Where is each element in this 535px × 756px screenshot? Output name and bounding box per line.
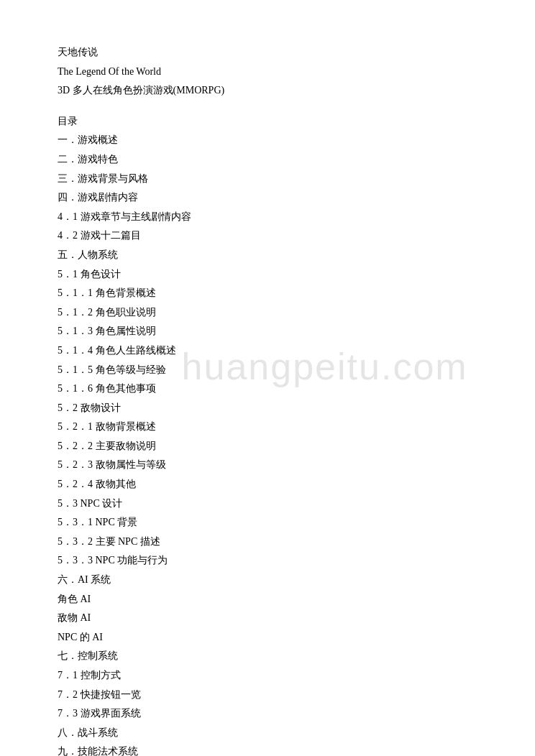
genre: 3D 多人在线角色扮演游戏(MMORPG) [58, 81, 477, 101]
toc-item: 敌物 AI [58, 609, 477, 628]
toc-label: 目录 [58, 112, 477, 132]
toc-item: 九．技能法术系统 [58, 742, 477, 756]
toc-item: 5．2．4 敌物其他 [58, 475, 477, 494]
toc-item: 5．3 NPC 设计 [58, 494, 477, 514]
toc-item: 5．2．1 敌物背景概述 [58, 418, 477, 437]
toc-item: 5．1．4 角色人生路线概述 [58, 341, 477, 361]
toc-item: 5．1．3 角色属性说明 [58, 322, 477, 341]
toc-item: 7．3 游戏界面系统 [58, 704, 477, 724]
toc-item: 5．3．1 NPC 背景 [58, 513, 477, 533]
toc-item: 五．人物系统 [58, 246, 477, 265]
title: 天地传说 [58, 43, 477, 63]
toc-item: 二．游戏特色 [58, 150, 477, 170]
content-area: huangpeitu.com 天地传说 The Legend Of the Wo… [58, 43, 477, 756]
toc-item: 5．1．1 角色背景概述 [58, 284, 477, 303]
toc-item: 一．游戏概述 [58, 131, 477, 150]
toc-item: 5．1．5 角色等级与经验 [58, 361, 477, 380]
toc-list: 一．游戏概述二．游戏特色三．游戏背景与风格四．游戏剧情内容4．1 游戏章节与主线… [58, 131, 477, 756]
toc-item: 4．1 游戏章节与主线剧情内容 [58, 208, 477, 227]
toc-item: 八．战斗系统 [58, 724, 477, 743]
toc-item: 七．控制系统 [58, 647, 477, 666]
toc-item: 六．AI 系统 [58, 571, 477, 590]
toc-item: 7．1 控制方式 [58, 666, 477, 686]
toc-item: 7．2 快捷按钮一览 [58, 686, 477, 705]
toc-item: 4．2 游戏十二篇目 [58, 226, 477, 246]
toc-item: 5．3．3 NPC 功能与行为 [58, 551, 477, 571]
toc-item: 角色 AI [58, 590, 477, 609]
toc-item: 5．1 角色设计 [58, 265, 477, 285]
toc-item: 5．1．2 角色职业说明 [58, 303, 477, 323]
toc-item: 5．3．2 主要 NPC 描述 [58, 533, 477, 552]
toc-item: 四．游戏剧情内容 [58, 188, 477, 208]
toc-item: 5．2．2 主要敌物说明 [58, 437, 477, 456]
toc-item: NPC 的 AI [58, 628, 477, 647]
toc-item: 三．游戏背景与风格 [58, 170, 477, 189]
toc-item: 5．2．3 敌物属性与等级 [58, 456, 477, 475]
subtitle: The Legend Of the World [58, 63, 477, 82]
toc-item: 5．2 敌物设计 [58, 399, 477, 418]
toc-item: 5．1．6 角色其他事项 [58, 379, 477, 399]
